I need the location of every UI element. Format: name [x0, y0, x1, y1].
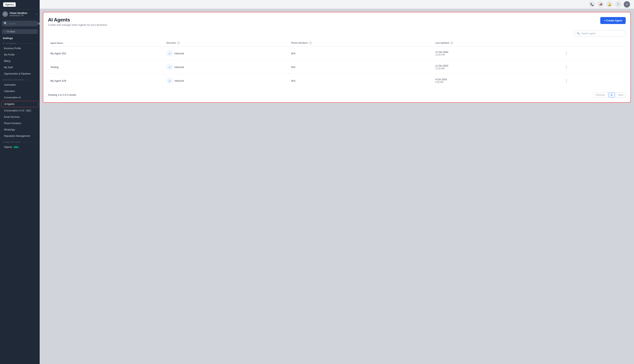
inbound-icon: ↙ — [167, 64, 173, 70]
table-body: My Agent 262 ↙ Inbound N/A 11 Oct 2024 1… — [48, 46, 626, 88]
account-chevron-icon: ▾ — [36, 13, 37, 15]
page-subtitle: Create and manage Voice Agents for your … — [48, 24, 107, 26]
sidebar-item-whatsapp[interactable]: WhatsApp — [1, 127, 39, 133]
account-avatar: C — [3, 11, 8, 17]
page-1-button[interactable]: 1 — [608, 92, 615, 98]
last-updated-cell: 4 Oct 2024 9:20 AM — [433, 74, 561, 88]
row-more-options-button[interactable]: ⋮ — [563, 64, 570, 70]
agent-name-cell: Testing — [48, 60, 164, 74]
sidebar-item-conversation-ai-v2[interactable]: Conversation AI V2 beta — [1, 108, 39, 114]
sidebar-item-phone-numbers[interactable]: Phone Numbers — [1, 120, 39, 126]
pagination-controls: Previous 1 Next — [593, 92, 626, 98]
sidebar-item-objects[interactable]: Objects New — [1, 144, 39, 150]
content-area: AI Agents Create and manage Voice Agents… — [40, 9, 634, 364]
go-back-button[interactable]: ← Go Back — [2, 29, 38, 34]
direction-help-icon: ? — [177, 42, 180, 44]
row-actions-cell: ⋮ — [561, 60, 626, 74]
search-agent-input[interactable] — [581, 32, 623, 35]
updated-help-icon: ? — [450, 42, 453, 44]
ai-agents-panel: AI Agents Create and manage Voice Agents… — [43, 12, 631, 103]
table-row: My Agent 428 ↙ Inbound N/A 4 Oct 2024 9:… — [48, 74, 626, 88]
sidebar-search-container: 🔍 ⌘K ✦ — [2, 20, 38, 26]
sidebar-item-conversation-ai[interactable]: Conversation AI — [1, 94, 39, 100]
megaphone-icon[interactable]: 📣 — [597, 1, 604, 8]
panel-header: AI Agents Create and manage Voice Agents… — [48, 17, 626, 26]
previous-page-button[interactable]: Previous — [593, 92, 608, 98]
phone-numbers-cell: N/A — [289, 46, 433, 60]
row-more-options-button[interactable]: ⋮ — [563, 78, 570, 84]
sidebar-item-label: Conversation AI V2 — [4, 109, 25, 112]
direction-cell: ↙ Inbound — [164, 46, 289, 60]
direction-cell: ↙ Inbound — [164, 74, 289, 88]
sidebar-item-label: Objects — [4, 146, 12, 148]
sidebar: Agency C Chase Sandbox philadelphia, PA … — [0, 0, 40, 364]
account-location: philadelphia, PA — [10, 14, 36, 17]
sidebar-search-icon: 🔍 — [4, 22, 8, 26]
col-direction: Direction ? — [164, 40, 289, 46]
sidebar-item-business-profile[interactable]: Business Profile — [1, 46, 39, 51]
sidebar-item-label: Calendars — [4, 90, 15, 92]
col-phone-numbers: Phone Numbers ? — [289, 40, 433, 46]
sidebar-item-automation[interactable]: Automation — [1, 82, 39, 88]
agency-logo: Agency — [3, 2, 16, 7]
row-actions-cell: ⋮ — [561, 74, 626, 88]
sidebar-item-my-staff[interactable]: My Staff — [1, 64, 39, 70]
sidebar-item-calendars[interactable]: Calendars — [1, 88, 39, 94]
sidebar-logo-area: Agency — [0, 0, 40, 9]
sidebar-item-label: Billing — [4, 60, 10, 62]
sidebar-item-ai-agents[interactable]: AI Agents — [1, 101, 39, 107]
sidebar-item-label: Email Services — [4, 116, 20, 118]
page-title: AI Agents — [48, 17, 107, 22]
row-more-options-button[interactable]: ⋮ — [563, 50, 570, 56]
phone-icon[interactable]: 📞 — [589, 1, 595, 8]
sidebar-item-my-profile[interactable]: My Profile — [1, 52, 39, 58]
sidebar-item-label: WhatsApp — [4, 128, 15, 131]
sidebar-item-label: My Profile — [4, 53, 15, 56]
sidebar-item-label: Automation — [4, 84, 16, 86]
sidebar-item-label: AI Agents — [4, 103, 14, 106]
user-avatar-icon[interactable]: U — [624, 1, 630, 8]
direction-label: Inbound — [175, 52, 184, 55]
other-settings-section-label: OTHER SETTINGS — [0, 139, 40, 144]
business-services-section-label: BUSINESS SERVICES — [0, 77, 40, 82]
sidebar-item-label: Conversation AI — [4, 96, 21, 99]
direction-label: Inbound — [175, 79, 184, 82]
account-name: Chase Sandbox — [10, 12, 36, 14]
last-updated-cell: 11 Oct 2024 12:00 PM — [433, 46, 561, 60]
agent-name-cell: My Agent 428 — [48, 74, 164, 88]
main-area: 📞 📣 🔔 ? U AI Agents Create and manage Vo… — [40, 0, 634, 364]
table-header: Agent Name Direction ? Phone Numbers ? L… — [48, 40, 626, 46]
account-switcher[interactable]: C Chase Sandbox philadelphia, PA ▾ — [0, 9, 40, 19]
table-row: My Agent 262 ↙ Inbound N/A 11 Oct 2024 1… — [48, 46, 626, 60]
direction-label: Inbound — [175, 66, 184, 68]
create-agent-button[interactable]: + Create Agent — [600, 17, 626, 24]
new-badge: New — [13, 146, 19, 148]
beta-badge: beta — [26, 109, 32, 112]
sidebar-item-label: Business Profile — [4, 47, 21, 50]
inbound-icon: ↙ — [167, 50, 173, 56]
next-page-button[interactable]: Next — [615, 92, 626, 98]
sidebar-item-opportunities[interactable]: Opportunities & Pipelines — [1, 71, 39, 77]
agent-name-cell: My Agent 262 — [48, 46, 164, 60]
agent-search-bar: 🔍 — [574, 30, 626, 36]
topbar: 📞 📣 🔔 ? U — [40, 0, 634, 9]
sidebar-item-email-services[interactable]: Email Services — [1, 114, 39, 120]
sidebar-search-input[interactable] — [9, 22, 36, 25]
help-icon[interactable]: ? — [615, 1, 621, 8]
last-updated-cell: 11 Oct 2024 11:56 AM — [433, 60, 561, 74]
col-actions — [561, 40, 626, 46]
showing-results-text: Showing 1 to 3 of 3 results — [48, 94, 76, 96]
sidebar-item-label: Opportunities & Pipelines — [4, 72, 31, 75]
settings-heading: Settings — [0, 35, 40, 40]
sidebar-item-billing[interactable]: Billing — [1, 58, 39, 64]
direction-cell: ↙ Inbound — [164, 60, 289, 74]
table-row: Testing ↙ Inbound N/A 11 Oct 2024 11:56 … — [48, 60, 626, 74]
sidebar-item-label: Phone Numbers — [4, 122, 21, 125]
inbound-icon: ↙ — [167, 78, 173, 84]
bell-icon[interactable]: 🔔 — [606, 1, 612, 8]
sidebar-item-label: Reputation Management — [4, 134, 30, 138]
sidebar-item-label: My Staff — [4, 66, 13, 69]
search-shortcut-badge: ⌘K — [37, 22, 40, 25]
pagination-area: Showing 1 to 3 of 3 results Previous 1 N… — [48, 89, 626, 98]
sidebar-item-reputation-management[interactable]: Reputation Management — [1, 133, 39, 139]
